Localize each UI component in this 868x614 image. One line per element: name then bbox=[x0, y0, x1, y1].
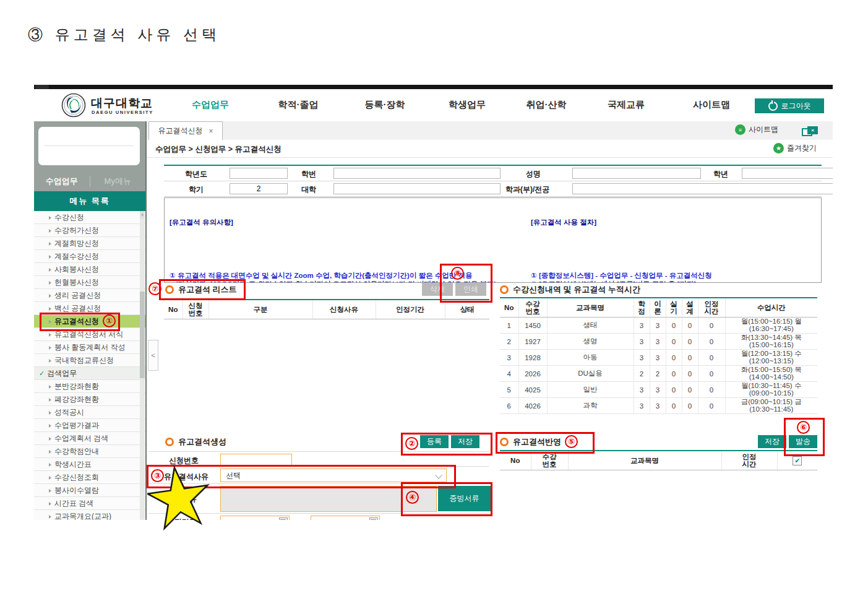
reason-select[interactable]: 선택 bbox=[220, 469, 447, 482]
sidebar-menu-item[interactable]: 봉사 활동계획서 작성 bbox=[34, 341, 145, 354]
sidebar-menu-item[interactable]: 유고결석신청 bbox=[34, 315, 145, 328]
nav-student-affairs[interactable]: 학생업무 bbox=[449, 99, 486, 111]
sidebar-menu-item-label: 교과목개요(교과) bbox=[54, 512, 111, 520]
col-course-name: 교과목명 bbox=[547, 298, 634, 318]
col-course-no: 수강 번호 bbox=[518, 298, 547, 318]
sidebar-menu-item[interactable]: 계절희망신청 bbox=[34, 237, 145, 250]
year-input[interactable] bbox=[230, 168, 288, 179]
app-no-input[interactable] bbox=[220, 454, 292, 466]
sidebar-menu-item[interactable]: 수강학점안내 bbox=[34, 445, 145, 458]
dept-input[interactable] bbox=[572, 183, 833, 194]
col-no: No bbox=[164, 300, 183, 319]
tab-close-icon[interactable]: × bbox=[208, 127, 213, 136]
sidebar-menu-item[interactable]: 국내학점교류신청 bbox=[34, 354, 145, 367]
absence-list-title-label: 유고결석 리스트 bbox=[178, 284, 237, 295]
enrollment-row[interactable]: 54025일반 330 00월(10:30~11:45) 수(09:00~10:… bbox=[500, 382, 817, 398]
chevron-down-icon bbox=[435, 472, 442, 478]
col-no: No bbox=[500, 298, 518, 318]
nav-classwork[interactable]: 수업업무 bbox=[192, 99, 229, 111]
sidebar-menu-item[interactable]: 봉사이수열람 bbox=[34, 484, 145, 497]
enrollment-row[interactable]: 21927생명 330 00화(13:30~14:45) 목(15:00~16:… bbox=[500, 334, 817, 350]
close-all-windows-icon[interactable]: × bbox=[802, 126, 815, 135]
sidebar-menu-item[interactable]: 수강신청 bbox=[34, 211, 145, 224]
nav-records-graduation[interactable]: 학적·졸업 bbox=[278, 99, 319, 111]
sidebar-menu-item[interactable]: 수업평가결과 bbox=[34, 419, 145, 432]
col-course-name: 교과목명 bbox=[568, 451, 721, 470]
logout-label: 로그아웃 bbox=[781, 101, 811, 111]
menu-arrow-icon bbox=[49, 463, 51, 467]
student-id-input[interactable] bbox=[333, 168, 501, 179]
enrollment-row[interactable]: 11450생태 330 00월(15:00~16:15) 월(16:30~17:… bbox=[500, 318, 817, 334]
sidebar-scroll-up-button[interactable]: ∧ bbox=[140, 211, 145, 218]
enrollment-row[interactable]: 64026과학 330 00금(09:00~10:15) 금(10:30~11:… bbox=[500, 398, 817, 414]
select-all-checkbox[interactable]: ✔ bbox=[793, 456, 802, 465]
delete-button[interactable]: 삭제 bbox=[422, 283, 453, 296]
calendar-icon[interactable] bbox=[279, 517, 288, 520]
send-button[interactable]: 발송 bbox=[789, 435, 817, 448]
sidebar-menu-item[interactable]: 폐강강좌현황 bbox=[34, 393, 145, 406]
sidebar-menu-item[interactable]: 계절수강신청 bbox=[34, 250, 145, 263]
menu-arrow-icon bbox=[49, 437, 51, 441]
sidebar-tab-mymenu[interactable]: My메뉴 bbox=[90, 176, 146, 187]
enrollment-row[interactable]: 42026DU실용 220 00화(15:00~15:50) 목(14:00~1… bbox=[500, 366, 817, 382]
attachment-button[interactable]: 증빙서류 bbox=[438, 486, 491, 511]
calendar-icon[interactable] bbox=[369, 517, 378, 520]
nav-career-industry[interactable]: 취업·산학 bbox=[526, 99, 567, 111]
sidebar-menu-item-label: 수업계획서 검색 bbox=[54, 434, 108, 443]
sidebar-menu-item[interactable]: 수강허가신청 bbox=[34, 224, 145, 237]
sidebar-menu-item[interactable]: 사회봉사신청 bbox=[34, 263, 145, 276]
name-input[interactable] bbox=[572, 168, 701, 179]
sidebar-section-search[interactable]: ✓검색업무 bbox=[34, 367, 145, 380]
enrollment-rows: 11450생태 330 00월(15:00~16:15) 월(16:30~17:… bbox=[500, 318, 817, 414]
sidebar-menu-item[interactable]: 학생시간표 bbox=[34, 458, 145, 471]
nav-sitemap[interactable]: 사이트맵 bbox=[693, 99, 730, 111]
tab-excused-absence[interactable]: 유고결석신청 × bbox=[148, 121, 223, 140]
favorites-button[interactable]: ★ 즐겨찾기 bbox=[773, 143, 817, 154]
sidebar-menu-item-label: 수강허가신청 bbox=[54, 226, 99, 235]
col-course-no: 수강 번호 bbox=[531, 451, 568, 470]
app-window: 대구대학교 DAEGU UNIVERSITY 수업업무 학적·졸업 등록·장학 … bbox=[34, 85, 833, 520]
sidebar-menu-item-label: 국내학점교류신청 bbox=[54, 356, 114, 365]
sidebar-menu-item[interactable]: 성적공시 bbox=[34, 406, 145, 419]
sitemap-button[interactable]: ≡ 사이트맵 bbox=[735, 124, 778, 135]
reason-select-value: 선택 bbox=[226, 470, 241, 481]
sidebar-menu-item-label: 유고결석신청 bbox=[54, 317, 99, 326]
main-area: 유고결석신청 × ≡ 사이트맵 × 수업업무 > 신청업무 > 유고결석신청 ★… bbox=[147, 121, 833, 520]
register-button[interactable]: 등록 bbox=[420, 435, 449, 448]
col-class-time: 수업시간 bbox=[725, 298, 817, 318]
apply-save-button[interactable]: 저장 bbox=[758, 435, 786, 448]
nav-international[interactable]: 국제교류 bbox=[608, 99, 645, 111]
sidebar-menu-item[interactable]: 시간표 검색 bbox=[34, 497, 145, 510]
sidebar-menu-item[interactable]: 수업계획서 검색 bbox=[34, 432, 145, 445]
sidebar-scrollbar-thumb[interactable] bbox=[140, 292, 145, 378]
sidebar-menu-item-label: 수강신청조회 bbox=[54, 473, 99, 482]
sidebar-tab-classwork[interactable]: 수업업무 bbox=[34, 176, 90, 187]
tab-strip: 유고결석신청 × ≡ 사이트맵 × bbox=[147, 121, 833, 141]
sidebar-menu-item-label: 봉사 활동계획서 작성 bbox=[54, 343, 126, 352]
sidebar-collapse-handle[interactable]: < bbox=[148, 340, 158, 371]
logout-button[interactable]: 로그아웃 bbox=[755, 98, 824, 113]
print-button[interactable]: 인쇄 bbox=[455, 283, 486, 296]
notice-line: ① [종합정보시스템] - 수업업무 - 신청업무 - 유고결석신청 bbox=[531, 271, 817, 280]
section-bullet-icon bbox=[165, 438, 174, 446]
col-app-no: 신청 번호 bbox=[183, 300, 208, 319]
period-end-input[interactable] bbox=[311, 516, 380, 520]
enrollment-row[interactable]: 31928아동 330 00월(12:00~13:15) 수(12:00~13:… bbox=[500, 350, 817, 366]
sidebar-menu-item[interactable]: 유고결석신청서 서식 bbox=[34, 328, 145, 341]
sidebar-menu-item[interactable]: 수강신청조회 bbox=[34, 471, 145, 484]
grade-input[interactable] bbox=[742, 168, 833, 179]
nav-registration-scholarship[interactable]: 등록·장학 bbox=[365, 99, 405, 111]
period-start-input[interactable] bbox=[220, 516, 290, 520]
sidebar-menu-item[interactable]: 분반강좌현황 bbox=[34, 380, 145, 393]
college-input[interactable] bbox=[333, 183, 501, 194]
term-input[interactable] bbox=[230, 183, 288, 194]
sidebar-menu-item[interactable]: 교과목개요(교과) bbox=[34, 510, 145, 520]
notice-line: ① 유고결석 적용은 대면수업 및 실시간 Zoom 수업, 학습기간(출석인정… bbox=[170, 271, 525, 280]
create-save-button[interactable]: 저장 bbox=[451, 435, 479, 448]
col-theory: 이 론 bbox=[650, 298, 666, 318]
sidebar-menu-item[interactable]: 생리 공결신청 bbox=[34, 289, 145, 302]
sidebar-menu-item[interactable]: 백신 공결신청 bbox=[34, 302, 145, 315]
absence-list-section-title: 유고결석 리스트 bbox=[165, 284, 237, 295]
menu-arrow-icon bbox=[49, 385, 51, 389]
sidebar-menu-item[interactable]: 헌혈봉사신청 bbox=[34, 276, 145, 289]
